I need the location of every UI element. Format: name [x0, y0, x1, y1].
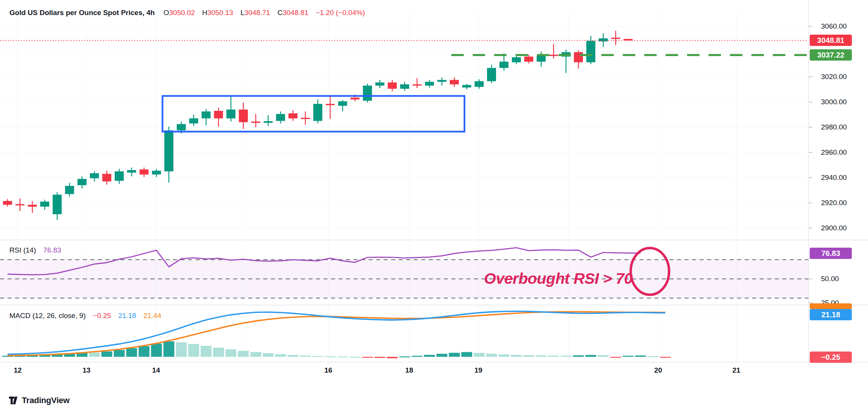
last-price-badge: 3048.81	[810, 35, 852, 46]
time-axis-label: 21	[732, 366, 740, 374]
level-price-badge: 3037.22	[810, 49, 852, 61]
price-axis-label: 3060.00	[821, 22, 847, 30]
macd-indicator-label: MACD (12, 26, close, 9)	[9, 312, 86, 320]
close-value: 3048.81	[282, 9, 308, 17]
time-axis-label: 14	[152, 366, 160, 374]
low-value: 3048.71	[244, 9, 270, 17]
time-axis-label: 19	[474, 366, 482, 374]
time-axis-label: 20	[654, 366, 662, 374]
high-label: H	[202, 9, 207, 17]
rsi-panel[interactable]	[0, 240, 809, 304]
price-panel[interactable]	[0, 0, 809, 240]
rsi-indicator-label: RSI (14)	[9, 246, 36, 254]
price-axis-label: 3020.00	[821, 73, 847, 81]
price-axis-label: 2940.00	[821, 174, 847, 182]
macd-histogram-value: −0.25	[93, 312, 111, 320]
rsi-legend: RSI (14) 76.83	[9, 246, 61, 254]
macd-legend: MACD (12, 26, close, 9) −0.25 21.18 21.4…	[9, 312, 161, 320]
price-axis-label: 2900.00	[821, 224, 847, 232]
tradingview-wordmark: TradingView	[22, 396, 70, 405]
macd-signal-badge-clipped	[810, 303, 852, 309]
macd-signal-value: 21.44	[143, 312, 161, 320]
macd-line-badge: 21.18	[810, 309, 852, 320]
time-axis-label: 18	[405, 366, 413, 374]
open-label: O	[164, 9, 169, 17]
overbought-annotation[interactable]: Overbought RSI > 70	[484, 270, 633, 288]
macd-histogram-badge: −0.25	[810, 352, 852, 363]
price-axis-label: 3000.00	[821, 98, 847, 106]
time-axis-label: 12	[14, 366, 21, 374]
price-axis-label: 2980.00	[821, 123, 847, 131]
rsi-value-badge: 76.83	[810, 248, 852, 259]
close-label: C	[278, 9, 283, 17]
change-value: −1.20 (−0.04%)	[316, 9, 365, 17]
symbol-title: Gold US Dollars per Ounce Spot Prices, 4…	[9, 9, 155, 17]
price-axis-label: 2960.00	[821, 148, 847, 157]
tradingview-chart-window: { "header": { "o_label": "O", "h_label":…	[0, 0, 868, 411]
macd-line-value: 21.18	[118, 312, 136, 320]
low-label: L	[240, 9, 244, 17]
rsi-axis-label: 50.00	[821, 275, 839, 283]
time-axis-label: 13	[82, 366, 90, 374]
rsi-value: 76.83	[43, 246, 61, 254]
time-axis-label: 16	[324, 366, 332, 374]
open-value: 3050.02	[169, 9, 195, 17]
tradingview-logo[interactable]: TradingView	[9, 394, 70, 406]
high-value: 3050.13	[207, 9, 233, 17]
price-axis-label: 2920.00	[821, 199, 847, 207]
tradingview-mark-icon	[9, 396, 19, 405]
symbol-legend: Gold US Dollars per Ounce Spot Prices, 4…	[9, 9, 365, 17]
